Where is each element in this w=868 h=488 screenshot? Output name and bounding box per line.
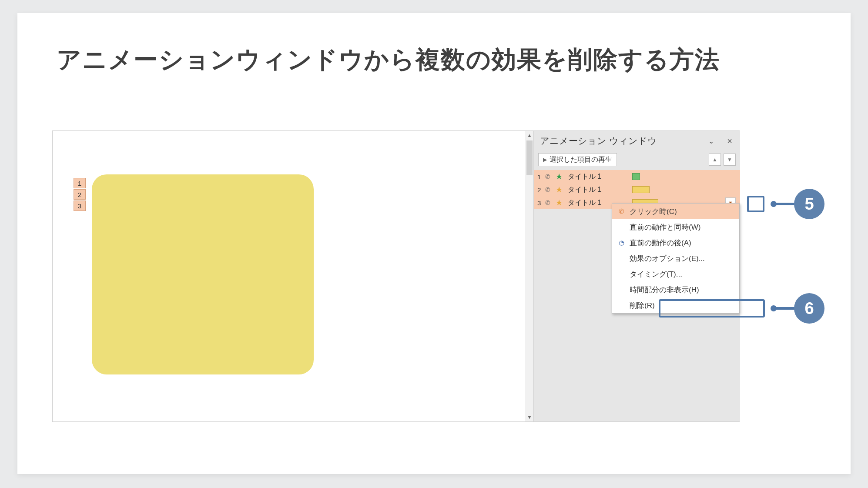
anim-number: 2 bbox=[537, 186, 544, 194]
page-title: アニメーションウィンドウから複数の効果を削除する方法 bbox=[57, 43, 720, 77]
menu-remove[interactable]: 削除(R) bbox=[612, 297, 739, 313]
emphasis-star-icon: ★ bbox=[556, 198, 565, 207]
scroll-down-icon[interactable]: ▼ bbox=[525, 413, 534, 421]
mouse-icon: ✆ bbox=[617, 207, 626, 215]
slide-canvas[interactable]: 1 2 3 bbox=[53, 131, 525, 421]
menu-label: 時間配分の非表示(H) bbox=[630, 285, 699, 295]
move-up-button[interactable]: ▲ bbox=[709, 154, 721, 166]
menu-label: 削除(R) bbox=[630, 301, 655, 311]
mouse-icon: ✆ bbox=[545, 199, 553, 206]
menu-start-on-click[interactable]: ✆ クリック時(C) bbox=[612, 204, 739, 219]
vertical-scrollbar[interactable]: ▲ ▼ bbox=[525, 131, 533, 421]
callout-connector-line bbox=[774, 307, 795, 310]
tutorial-card: アニメーションウィンドウから複数の効果を削除する方法 1 2 3 ▲ ▼ アニメ… bbox=[17, 13, 851, 474]
play-selection-label: 選択した項目の再生 bbox=[550, 155, 612, 164]
reorder-controls: ▲ ▼ bbox=[709, 154, 736, 166]
menu-label: 効果のオプション(E)... bbox=[630, 254, 705, 264]
animation-tag-3[interactable]: 3 bbox=[74, 201, 86, 211]
pane-collapse-icon[interactable]: ⌄ bbox=[708, 137, 714, 145]
step-badge-6: 6 bbox=[794, 293, 824, 324]
callout-highlight-dropdown bbox=[747, 196, 764, 212]
emphasis-star-icon: ★ bbox=[556, 185, 565, 194]
mouse-icon: ✆ bbox=[545, 186, 553, 193]
move-down-button[interactable]: ▼ bbox=[724, 154, 736, 166]
step-badge-5: 5 bbox=[794, 189, 824, 219]
mouse-icon: ✆ bbox=[545, 173, 553, 180]
menu-label: 直前の動作と同時(W) bbox=[630, 222, 700, 232]
menu-label: クリック時(C) bbox=[630, 207, 677, 217]
anim-target-label: タイトル 1 bbox=[568, 172, 620, 181]
animation-item-1[interactable]: 1 ✆ ★ タイトル 1 bbox=[534, 170, 740, 183]
powerpoint-screenshot: 1 2 3 ▲ ▼ アニメーション ウィンドウ ⌄ × ▶ 選択した項目の再生 bbox=[52, 130, 740, 422]
animation-order-tags: 1 2 3 bbox=[74, 178, 86, 211]
anim-number: 1 bbox=[537, 173, 544, 180]
timing-bar[interactable] bbox=[632, 186, 650, 193]
animation-context-menu: ✆ クリック時(C) 直前の動作と同時(W) ◔ 直前の動作の後(A) 効果のオ… bbox=[612, 203, 740, 314]
animation-tag-2[interactable]: 2 bbox=[74, 189, 86, 200]
scroll-up-icon[interactable]: ▲ bbox=[525, 131, 534, 140]
menu-timing[interactable]: タイミング(T)... bbox=[612, 266, 739, 282]
animation-pane-title: アニメーション ウィンドウ bbox=[540, 135, 657, 147]
entrance-star-icon: ★ bbox=[556, 172, 565, 181]
menu-label: タイミング(T)... bbox=[630, 269, 682, 279]
play-icon: ▶ bbox=[543, 157, 547, 163]
menu-start-with-previous[interactable]: 直前の動作と同時(W) bbox=[612, 219, 739, 235]
animation-tag-1[interactable]: 1 bbox=[74, 178, 86, 188]
pane-close-icon[interactable]: × bbox=[727, 136, 732, 146]
anim-target-label: タイトル 1 bbox=[568, 185, 620, 194]
play-selection-button[interactable]: ▶ 選択した項目の再生 bbox=[538, 153, 617, 166]
timing-bar[interactable] bbox=[632, 173, 640, 180]
animation-item-2[interactable]: 2 ✆ ★ タイトル 1 bbox=[534, 183, 740, 196]
menu-effect-options[interactable]: 効果のオプション(E)... bbox=[612, 251, 739, 266]
scroll-thumb[interactable] bbox=[526, 140, 533, 175]
anim-number: 3 bbox=[537, 199, 544, 207]
menu-label: 直前の動作の後(A) bbox=[630, 238, 691, 248]
menu-hide-advanced-timeline[interactable]: 時間配分の非表示(H) bbox=[612, 282, 739, 297]
animation-pane-header: アニメーション ウィンドウ ⌄ × bbox=[534, 131, 740, 151]
clock-icon: ◔ bbox=[617, 239, 626, 247]
slide-shape-rounded-rect[interactable] bbox=[92, 174, 314, 374]
menu-start-after-previous[interactable]: ◔ 直前の動作の後(A) bbox=[612, 235, 739, 251]
callout-connector-line bbox=[774, 203, 795, 205]
animation-pane-toolbar: ▶ 選択した項目の再生 ▲ ▼ bbox=[534, 151, 740, 168]
